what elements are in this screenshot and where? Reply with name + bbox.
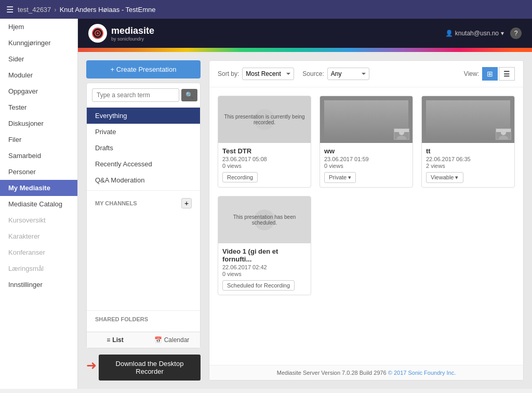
card-thumb-tt[interactable]	[422, 96, 514, 143]
card-badge-video1[interactable]: Scheduled for Recording	[222, 280, 295, 291]
sidebar-item-my-mediasite[interactable]: My Mediasite	[0, 180, 77, 196]
filter-drafts[interactable]: Drafts	[87, 140, 200, 156]
mediasite-logo-icon	[88, 24, 107, 43]
sidebar-item-diskusjoner[interactable]: Diskusjoner	[0, 115, 77, 132]
footer-copyright-link[interactable]: © 2017 Sonic Foundry Inc.	[388, 370, 456, 376]
svg-point-4	[397, 136, 406, 139]
channels-header: MY CHANNELS +	[95, 198, 192, 208]
sidebar-nav: Hjem Kunngjøringer Sider Moduler Oppgave…	[0, 19, 77, 389]
source-label: Source:	[302, 70, 324, 77]
sidebar-item-hjem[interactable]: Hjem	[0, 19, 77, 35]
hamburger-icon[interactable]: ☰	[6, 5, 14, 15]
card-body-test-dtr: Test DTR 23.06.2017 05:08 0 views Record…	[218, 143, 311, 187]
card-body-tt: tt 22.06.2017 06:35 2 views Viewable ▾	[422, 143, 514, 187]
sort-by-group: Sort by: Most Recent Title Date Created	[218, 68, 294, 80]
filter-private[interactable]: Private	[87, 124, 200, 140]
user-icon: 👤	[445, 30, 453, 37]
svg-point-2	[97, 32, 99, 34]
view-label: View:	[464, 70, 479, 77]
svg-point-3	[399, 130, 404, 135]
card-badge-ww[interactable]: Private ▾	[324, 172, 356, 183]
card-date-tt: 22.06.2017 06:35	[426, 156, 510, 162]
shared-folders-section: SHARED FOLDERS	[87, 310, 200, 332]
card-title-tt: tt	[426, 147, 510, 155]
sidebar-item-kunngjøringer[interactable]: Kunngjøringer	[0, 35, 77, 51]
card-thumb-ww[interactable]	[320, 96, 413, 143]
create-presentation-button[interactable]: + Create Presentation	[86, 60, 201, 78]
view-group: View: ⊞ ☰	[464, 67, 515, 81]
bottom-tabs: ≡ List 📅 Calendar	[87, 332, 200, 348]
arrow-indicator-icon: ➜	[86, 358, 97, 373]
download-desktop-recorder-button[interactable]: Download the Desktop Recorder	[99, 355, 201, 381]
add-channel-button[interactable]: +	[181, 198, 192, 208]
sidebar-item-oppgaver[interactable]: Oppgaver	[0, 83, 77, 99]
help-button[interactable]: ?	[510, 28, 522, 39]
footer-text: Mediasite Server Version 7.0.28 Build 29…	[277, 370, 388, 376]
right-panel: Sort by: Most Recent Title Date Created …	[209, 60, 524, 381]
sidebar-item-kursoversikt: Kursoversikt	[0, 212, 77, 228]
breadcrumb-separator: ›	[54, 6, 56, 14]
breadcrumb-current: Knut Anders Høiaas - TestEmne	[60, 6, 156, 14]
mediasite-header: mediasite by sonicfoundry 👤 knutah@usn.n…	[78, 19, 532, 48]
tab-list-label: List	[112, 336, 123, 344]
card-views-tt: 2 views	[426, 163, 510, 169]
user-menu-button[interactable]: 👤 knutah@usn.no ▾	[445, 30, 504, 37]
tab-calendar[interactable]: 📅 Calendar	[143, 332, 200, 348]
presentation-card-test-dtr: This presentation is currently being rec…	[218, 96, 311, 188]
sidebar-item-læringsmål: Læringsmål	[0, 260, 77, 277]
sort-by-select[interactable]: Most Recent Title Date Created	[242, 68, 294, 80]
channels-label: MY CHANNELS	[95, 200, 137, 206]
search-input[interactable]	[92, 88, 179, 102]
sidebar-item-filer[interactable]: Filer	[0, 132, 77, 148]
sidebar-item-sider[interactable]: Sider	[0, 51, 77, 67]
left-panel-box: 🔍 Everything Private Drafts Recently Acc…	[86, 83, 201, 348]
presentation-card-video1: This presentation has been scheduled. Vi…	[218, 196, 311, 295]
thumb-text-video1: This presentation has been scheduled.	[222, 214, 307, 226]
card-date-video1: 22.06.2017 02:42	[222, 264, 307, 270]
search-bar: 🔍	[87, 83, 200, 108]
source-select[interactable]: Any Uploaded Recorded	[327, 68, 369, 80]
sidebar: Hjem Kunngjøringer Sider Moduler Oppgave…	[0, 19, 78, 389]
footer-bar: Mediasite Server Version 7.0.28 Build 29…	[209, 365, 523, 380]
card-thumb-video1[interactable]: This presentation has been scheduled.	[218, 197, 311, 243]
thumb-img-ww	[394, 128, 409, 140]
card-views-video1: 0 views	[222, 271, 307, 277]
color-stripe	[78, 48, 532, 52]
header-right: 👤 knutah@usn.no ▾ ?	[445, 28, 522, 39]
svg-point-5	[501, 130, 506, 135]
view-grid-button[interactable]: ⊞	[482, 67, 498, 81]
presentation-card-ww: ww 23.06.2017 01:59 0 views Private ▾	[320, 96, 413, 188]
card-title-test-dtr: Test DTR	[222, 147, 307, 155]
inner-content: + Create Presentation 🔍 Everything Priva…	[78, 52, 532, 389]
content-area: mediasite by sonicfoundry 👤 knutah@usn.n…	[78, 19, 532, 389]
card-badge-test-dtr[interactable]: Recording	[222, 172, 258, 182]
card-body-video1: Video 1 (gi den et fornufti... 22.06.201…	[218, 243, 311, 295]
breadcrumb-site[interactable]: test_42637	[18, 6, 51, 14]
card-badge-tt[interactable]: Viewable ▾	[426, 172, 463, 183]
view-list-button[interactable]: ☰	[499, 67, 515, 81]
filter-qa-moderation[interactable]: Q&A Moderation	[87, 172, 200, 188]
sidebar-item-tester[interactable]: Tester	[0, 99, 77, 115]
sidebar-item-samarbeid[interactable]: Samarbeid	[0, 148, 77, 164]
svg-point-6	[499, 136, 508, 139]
sidebar-item-innstillinger[interactable]: Innstillinger	[0, 277, 77, 293]
card-date-ww: 23.06.2017 01:59	[324, 156, 408, 162]
card-views-test-dtr: 0 views	[222, 163, 307, 169]
breadcrumb: test_42637 › Knut Anders Høiaas - TestEm…	[18, 6, 155, 14]
card-title-ww: ww	[324, 147, 408, 155]
channels-section: MY CHANNELS +	[87, 193, 200, 218]
sidebar-item-moduler[interactable]: Moduler	[0, 67, 77, 83]
sidebar-item-personer[interactable]: Personer	[0, 164, 77, 180]
thumb-text-test-dtr: This presentation is currently being rec…	[222, 114, 307, 125]
tab-list[interactable]: ≡ List	[87, 332, 143, 348]
tab-calendar-label: Calendar	[164, 336, 190, 344]
filter-recently-accessed[interactable]: Recently Accessed	[87, 156, 200, 172]
list-icon: ≡	[107, 336, 110, 344]
presentation-card-tt: tt 22.06.2017 06:35 2 views Viewable ▾	[421, 96, 515, 188]
search-button[interactable]: 🔍	[181, 89, 197, 101]
left-panel: + Create Presentation 🔍 Everything Priva…	[86, 60, 201, 381]
filter-everything[interactable]: Everything	[87, 108, 200, 124]
sidebar-item-mediasite-catalog[interactable]: Mediasite Catalog	[0, 196, 77, 212]
calendar-icon: 📅	[154, 336, 162, 344]
card-thumb-test-dtr[interactable]: This presentation is currently being rec…	[218, 96, 311, 143]
